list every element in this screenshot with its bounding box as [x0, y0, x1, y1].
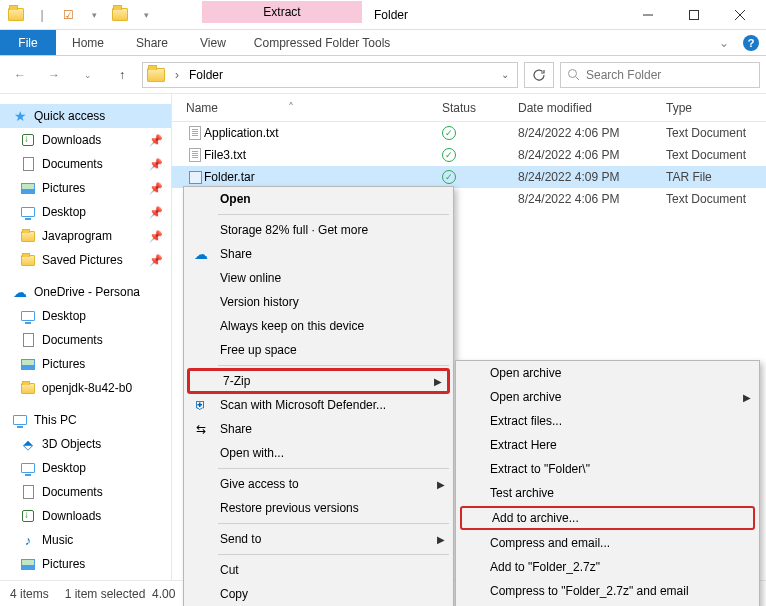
pin-icon: 📌 — [149, 230, 163, 243]
sidebar-item[interactable]: Downloads — [0, 504, 171, 528]
submenu-item[interactable]: Compress and email... — [456, 531, 759, 555]
search-box[interactable]: Search Folder — [560, 62, 760, 88]
ctx-storage[interactable]: Storage 82% full · Get more — [184, 218, 453, 242]
submenu-item-label: Open archive — [490, 366, 561, 380]
maximize-button[interactable] — [672, 1, 716, 29]
context-menu: Open Storage 82% full · Get more ☁Share … — [183, 186, 454, 606]
pin-icon: 📌 — [149, 182, 163, 195]
sidebar-item[interactable]: Desktop📌 — [0, 200, 171, 224]
sidebar-this-pc[interactable]: This PC — [0, 408, 171, 432]
ctx-defender[interactable]: ⛨Scan with Microsoft Defender... — [184, 393, 453, 417]
submenu-item[interactable]: Test archive — [456, 481, 759, 505]
sidebar-item-label: openjdk-8u42-b0 — [42, 381, 132, 395]
sidebar-item-label: 3D Objects — [42, 437, 101, 451]
ribbon-tabs: File Home Share View Compressed Folder T… — [0, 30, 766, 56]
item-icon — [20, 308, 36, 324]
back-button[interactable]: ← — [6, 61, 34, 89]
sidebar-item-label: This PC — [34, 413, 77, 427]
submenu-7zip: Open archiveOpen archive▶Extract files..… — [455, 360, 760, 606]
sidebar-item[interactable]: Documents📌 — [0, 152, 171, 176]
sidebar-onedrive[interactable]: ☁ OneDrive - Persona — [0, 280, 171, 304]
cloud-icon: ☁ — [12, 284, 28, 300]
ctx-share[interactable]: ☁Share — [184, 242, 453, 266]
address-path: Folder — [189, 68, 223, 82]
sidebar-quick-access[interactable]: ★ Quick access — [0, 104, 171, 128]
ctx-7zip[interactable]: 7-Zip▶ — [187, 368, 450, 394]
home-tab[interactable]: Home — [56, 30, 120, 55]
ctx-view-online[interactable]: View online — [184, 266, 453, 290]
item-icon — [20, 508, 36, 524]
ctx-open[interactable]: Open — [184, 187, 453, 211]
help-button[interactable]: ? — [736, 30, 766, 55]
up-button[interactable]: ↑ — [108, 61, 136, 89]
submenu-item[interactable]: Open archive▶ — [456, 385, 759, 409]
ctx-open-with[interactable]: Open with... — [184, 441, 453, 465]
ctx-cut[interactable]: Cut — [184, 558, 453, 582]
ribbon-collapse-button[interactable]: ⌄ — [712, 30, 736, 55]
file-type: Text Document — [666, 126, 766, 140]
file-tab[interactable]: File — [0, 30, 56, 55]
share-tab[interactable]: Share — [120, 30, 184, 55]
sidebar-item[interactable]: Saved Pictures📌 — [0, 248, 171, 272]
sidebar-item[interactable]: Javaprogram📌 — [0, 224, 171, 248]
column-type[interactable]: Type — [658, 101, 766, 115]
ctx-version-history[interactable]: Version history — [184, 290, 453, 314]
sidebar-item[interactable]: ♪Music — [0, 528, 171, 552]
submenu-item[interactable]: Add to archive... — [460, 506, 755, 530]
submenu-item[interactable]: Extract files... — [456, 409, 759, 433]
sidebar-item[interactable]: Documents — [0, 328, 171, 352]
svg-line-5 — [576, 77, 580, 81]
submenu-item[interactable]: Extract to "Folder\" — [456, 457, 759, 481]
ctx-free-up-space[interactable]: Free up space — [184, 338, 453, 362]
column-status[interactable]: Status — [434, 101, 510, 115]
ctx-separator — [218, 523, 449, 524]
view-tab[interactable]: View — [184, 30, 242, 55]
close-button[interactable] — [718, 1, 762, 29]
address-dropdown[interactable]: ⌄ — [497, 69, 513, 80]
new-folder-icon[interactable] — [110, 5, 130, 25]
ctx-copy[interactable]: Copy — [184, 582, 453, 606]
sidebar-item[interactable]: Pictures — [0, 552, 171, 576]
refresh-button[interactable] — [524, 62, 554, 88]
ctx-always-keep[interactable]: Always keep on this device — [184, 314, 453, 338]
window-controls — [626, 1, 766, 29]
sidebar-item[interactable]: Downloads📌 — [0, 128, 171, 152]
compressed-folder-tools-tab[interactable]: Compressed Folder Tools — [242, 30, 403, 55]
chevron-right-icon[interactable]: › — [171, 68, 183, 82]
minimize-button[interactable] — [626, 1, 670, 29]
file-row[interactable]: File3.txt✓8/24/2022 4:06 PMText Document — [172, 144, 766, 166]
sidebar-item[interactable]: openjdk-8u42-b0 — [0, 376, 171, 400]
item-icon — [20, 484, 36, 500]
sidebar-item[interactable]: Pictures — [0, 352, 171, 376]
qat-dropdown[interactable]: ▾ — [84, 5, 104, 25]
qat-dropdown2[interactable]: ▾ — [136, 5, 156, 25]
submenu-item[interactable]: Open archive — [456, 361, 759, 385]
sidebar-item[interactable]: ⬘3D Objects — [0, 432, 171, 456]
submenu-item[interactable]: Add to "Folder_2.7z" — [456, 555, 759, 579]
ctx-give-access[interactable]: Give access to▶ — [184, 472, 453, 496]
ctx-share-2[interactable]: ⇆Share — [184, 417, 453, 441]
recent-locations-button[interactable]: ⌄ — [74, 61, 102, 89]
column-name[interactable]: Name˄ — [178, 101, 434, 115]
forward-button: → — [40, 61, 68, 89]
search-placeholder: Search Folder — [586, 68, 661, 82]
navigation-bar: ← → ⌄ ↑ › Folder ⌄ Search Folder — [0, 56, 766, 94]
sidebar-item[interactable]: Documents — [0, 480, 171, 504]
sidebar-item-label: OneDrive - Persona — [34, 285, 140, 299]
ctx-send-to[interactable]: Send to▶ — [184, 527, 453, 551]
column-date-modified[interactable]: Date modified — [510, 101, 658, 115]
sidebar-item[interactable]: Desktop — [0, 304, 171, 328]
sidebar-item[interactable]: Desktop — [0, 456, 171, 480]
file-row[interactable]: Folder.tar✓8/24/2022 4:09 PMTAR File — [172, 166, 766, 188]
address-bar[interactable]: › Folder ⌄ — [142, 62, 518, 88]
pin-icon: 📌 — [149, 134, 163, 147]
help-icon: ? — [743, 35, 759, 51]
properties-icon[interactable]: ☑ — [58, 5, 78, 25]
submenu-item-label: Extract files... — [490, 414, 562, 428]
ctx-restore-previous[interactable]: Restore previous versions — [184, 496, 453, 520]
item-icon — [20, 252, 36, 268]
submenu-item[interactable]: Extract Here — [456, 433, 759, 457]
sidebar-item[interactable]: Pictures📌 — [0, 176, 171, 200]
submenu-item[interactable]: Compress to "Folder_2.7z" and email — [456, 579, 759, 603]
file-row[interactable]: Application.txt✓8/24/2022 4:06 PMText Do… — [172, 122, 766, 144]
